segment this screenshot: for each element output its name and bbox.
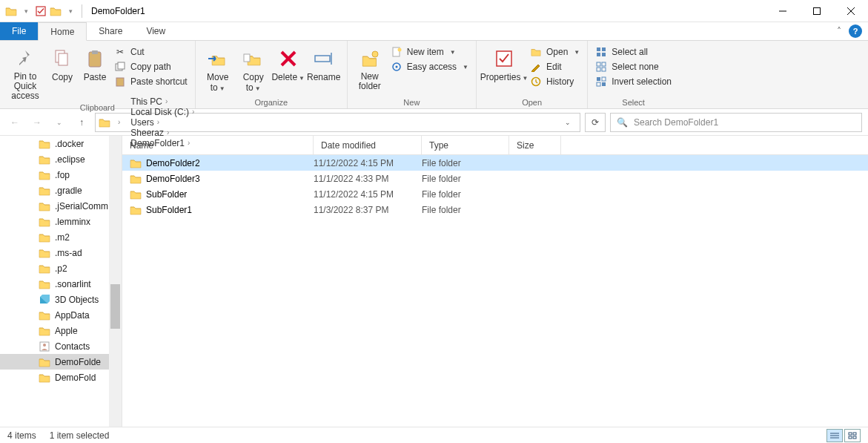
minimize-button[interactable] [766, 0, 800, 22]
col-date[interactable]: Date modified [314, 136, 422, 154]
copy-button[interactable]: Copy [46, 44, 79, 82]
qat-properties-icon[interactable] [34, 4, 47, 18]
tree-item[interactable]: Apple [0, 323, 122, 338]
address-dropdown-icon[interactable]: ⌄ [559, 114, 577, 131]
tab-file[interactable]: File [0, 22, 38, 40]
file-row[interactable]: SubFolder11/12/2022 4:15 PMFile folder [122, 186, 868, 202]
pin-button[interactable]: Pin to Quick access [4, 44, 46, 102]
col-name[interactable]: Name [122, 136, 314, 154]
qat-dropdown-icon[interactable]: ▾ [19, 4, 33, 18]
help-icon[interactable]: ? [849, 24, 862, 38]
crumb-chev0[interactable]: › [112, 118, 126, 126]
view-large-button[interactable] [844, 429, 861, 442]
svg-rect-6 [59, 53, 67, 65]
col-type[interactable]: Type [422, 136, 509, 154]
window-title: DemoFolder1 [85, 6, 145, 16]
breadcrumb[interactable]: This PC› [127, 96, 200, 107]
svg-rect-10 [118, 62, 125, 69]
svg-rect-31 [602, 68, 606, 71]
new-item-icon [391, 46, 402, 58]
maximize-button[interactable] [800, 0, 834, 22]
content-area: .docker.eclipse.fop.gradle.jSerialComm.l… [0, 136, 868, 427]
search-box[interactable]: 🔍 Search DemoFolder1 [610, 113, 862, 132]
select-none-button[interactable]: Select none [592, 60, 675, 73]
tree-item[interactable]: .lemminx [0, 214, 122, 229]
separator [82, 4, 82, 18]
group-open: Properties▼ Open▼ Edit History Open [477, 41, 588, 108]
rename-button[interactable]: Rename [305, 44, 342, 82]
file-row[interactable]: DemoFolder211/12/2022 4:15 PMFile folder [122, 155, 868, 171]
paste-button[interactable]: Paste [79, 44, 111, 82]
move-to-button[interactable]: Move to▼ [200, 44, 236, 93]
tree-item[interactable]: .gradle [0, 183, 122, 198]
easy-access-icon [391, 61, 402, 73]
tree-item[interactable]: DemoFolde [0, 354, 122, 370]
tab-view[interactable]: View [134, 22, 177, 40]
tree-item[interactable]: .ms-ad [0, 245, 122, 260]
edit-button[interactable]: Edit [527, 60, 583, 73]
copy-icon [50, 47, 74, 70]
svg-point-21 [395, 66, 397, 68]
qat-overflow-icon[interactable]: ▾ [64, 4, 77, 18]
svg-rect-27 [602, 53, 606, 56]
svg-rect-34 [597, 82, 600, 86]
column-headers: Name Date modified Type Size [122, 136, 868, 155]
new-item-button[interactable]: New item▼ [388, 45, 471, 59]
new-folder-button[interactable]: New folder [352, 44, 388, 91]
tree-item[interactable]: .jSerialComm [0, 198, 122, 214]
qat-folder-icon[interactable] [4, 4, 18, 18]
tree-item[interactable]: 3D Objects [0, 292, 122, 307]
search-icon: 🔍 [617, 117, 628, 128]
tree-item[interactable]: .sonarlint [0, 276, 122, 292]
file-row[interactable]: DemoFolder311/1/2022 4:33 PMFile folder [122, 171, 868, 186]
tab-share[interactable]: Share [87, 22, 134, 40]
history-icon [530, 76, 542, 88]
delete-button[interactable]: Delete▼ [271, 44, 305, 82]
col-size[interactable]: Size [509, 136, 561, 154]
svg-rect-29 [602, 62, 606, 66]
copy-path-icon [114, 61, 126, 73]
tree-item[interactable]: .p2 [0, 260, 122, 276]
copy-path-button[interactable]: Copy path [111, 60, 191, 73]
view-details-button[interactable] [826, 429, 843, 442]
collapse-ribbon-icon[interactable]: ˄ [837, 26, 841, 36]
tree-item[interactable]: AppData [0, 307, 122, 323]
tab-home[interactable]: Home [38, 22, 87, 41]
svg-rect-24 [597, 47, 600, 51]
copy-to-button[interactable]: Copy to▼ [236, 44, 271, 93]
recent-dropdown[interactable]: ⌄ [50, 114, 68, 131]
tree-item[interactable]: .eclipse [0, 151, 122, 167]
tree-item[interactable]: .fop [0, 167, 122, 183]
breadcrumb[interactable]: Local Disk (C:)› [127, 107, 200, 117]
tree-item[interactable]: .m2 [0, 229, 122, 245]
new-folder-label: New folder [352, 72, 388, 91]
close-button[interactable] [834, 0, 868, 22]
qat-folder2-icon[interactable] [49, 4, 62, 18]
open-button[interactable]: Open▼ [527, 45, 583, 59]
refresh-button[interactable]: ⟳ [585, 113, 606, 132]
address-bar[interactable]: › This PC›Local Disk (C:)›Users›Sheeraz›… [95, 113, 580, 132]
tree-item[interactable]: Contacts [0, 338, 122, 354]
history-button[interactable]: History [527, 75, 583, 88]
breadcrumb[interactable]: Users› [127, 117, 200, 128]
invert-selection-button[interactable]: Invert selection [592, 75, 675, 88]
properties-button[interactable]: Properties▼ [481, 44, 527, 82]
svg-rect-30 [597, 68, 600, 71]
tree-item[interactable]: DemoFold [0, 370, 122, 385]
svg-rect-12 [244, 54, 250, 62]
tree-scrollbar[interactable] [109, 136, 122, 427]
up-button[interactable]: ↑ [73, 114, 90, 131]
paste-shortcut-button[interactable]: Paste shortcut [111, 75, 191, 88]
properties-icon [492, 47, 516, 70]
select-all-button[interactable]: Select all [592, 45, 675, 59]
invert-icon [595, 76, 607, 88]
tree-item[interactable]: .docker [0, 136, 122, 151]
rename-label: Rename [307, 72, 340, 82]
back-button[interactable]: ← [6, 114, 24, 131]
easy-access-button[interactable]: Easy access▼ [388, 60, 471, 73]
file-row[interactable]: SubFolder111/3/2022 8:37 PMFile folder [122, 202, 868, 217]
scrollbar-thumb[interactable] [110, 284, 120, 329]
svg-rect-35 [602, 82, 606, 86]
forward-button[interactable]: → [28, 114, 46, 131]
cut-button[interactable]: ✂Cut [111, 45, 191, 59]
